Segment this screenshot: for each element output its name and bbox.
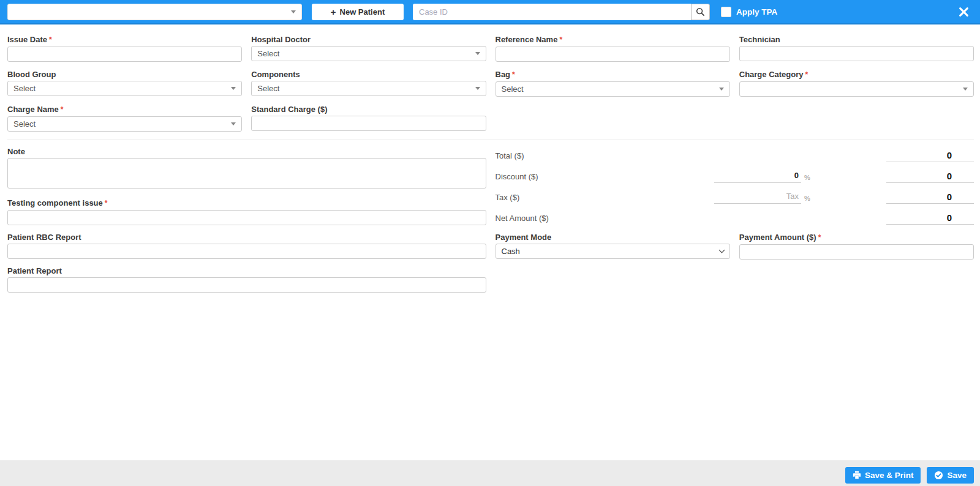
form-row-1: Issue Date* Hospital Doctor Select Refer… bbox=[7, 35, 974, 62]
payment-amount-field: Payment Amount ($)* bbox=[739, 233, 974, 260]
select-value: Select bbox=[13, 84, 36, 93]
required-asterisk: * bbox=[805, 70, 809, 79]
save-label: Save bbox=[947, 471, 967, 480]
reference-name-input[interactable] bbox=[496, 47, 730, 62]
testing-component-issue-field: Testing component issue* bbox=[7, 198, 486, 225]
note-textarea[interactable] bbox=[7, 158, 486, 189]
check-circle-icon bbox=[934, 471, 943, 480]
charge-category-field: Charge Category* bbox=[739, 70, 974, 97]
technician-input[interactable] bbox=[739, 46, 974, 61]
issue-date-label: Issue Date* bbox=[7, 35, 242, 45]
apply-tpa-group: Apply TPA bbox=[721, 7, 777, 17]
discount-row: Discount ($) % 0 bbox=[496, 170, 974, 183]
select-value: Select bbox=[257, 84, 279, 93]
blood-group-field: Blood Group Select bbox=[7, 70, 242, 97]
net-amount-row: Net Amount ($) 0 bbox=[496, 212, 974, 225]
plus-icon: + bbox=[331, 7, 336, 17]
form-row-3: Charge Name* Select Standard Charge ($) bbox=[7, 105, 974, 132]
payment-mode-select[interactable]: Cash bbox=[496, 244, 730, 259]
net-amount-label: Net Amount ($) bbox=[496, 214, 715, 225]
select-value: Select bbox=[502, 84, 524, 94]
payment-amount-label: Payment Amount ($)* bbox=[739, 233, 974, 242]
chevron-down-icon bbox=[475, 52, 480, 55]
payment-mode-field: Payment Mode Cash bbox=[496, 233, 730, 260]
standard-charge-field: Standard Charge ($) bbox=[251, 105, 486, 132]
bag-label: Bag* bbox=[496, 70, 730, 80]
testing-component-issue-input[interactable] bbox=[7, 210, 486, 225]
select-value: Select bbox=[257, 49, 279, 58]
payment-amount-input[interactable] bbox=[739, 244, 974, 260]
save-and-print-label: Save & Print bbox=[865, 471, 914, 480]
components-select[interactable]: Select bbox=[251, 81, 486, 96]
testing-component-issue-label: Testing component issue* bbox=[7, 198, 486, 208]
tax-label: Tax ($) bbox=[496, 193, 715, 204]
note-label: Note bbox=[7, 147, 486, 156]
total-value: 0 bbox=[886, 149, 974, 162]
new-patient-label: New Patient bbox=[340, 7, 385, 17]
apply-tpa-checkbox[interactable] bbox=[721, 7, 731, 17]
patient-report-field: Patient Report bbox=[7, 266, 486, 293]
required-asterisk: * bbox=[49, 36, 52, 44]
reference-name-label: Reference Name* bbox=[496, 35, 730, 45]
charge-category-label: Charge Category* bbox=[739, 70, 974, 80]
case-id-input[interactable] bbox=[413, 4, 691, 20]
new-patient-button[interactable]: + New Patient bbox=[312, 4, 404, 20]
bag-field: Bag* Select bbox=[496, 70, 730, 97]
total-label: Total ($) bbox=[496, 151, 715, 162]
payment-mode-label: Payment Mode bbox=[496, 233, 730, 242]
components-label: Components bbox=[251, 70, 486, 79]
discount-value: 0 bbox=[886, 170, 974, 183]
patient-select[interactable] bbox=[7, 4, 302, 20]
save-and-print-button[interactable]: Save & Print bbox=[845, 467, 921, 484]
required-asterisk: * bbox=[818, 233, 821, 242]
standard-charge-label: Standard Charge ($) bbox=[251, 105, 486, 114]
hospital-doctor-select[interactable]: Select bbox=[251, 46, 486, 61]
section-divider bbox=[7, 140, 974, 140]
search-button[interactable] bbox=[691, 4, 710, 20]
hospital-doctor-label: Hospital Doctor bbox=[251, 35, 486, 44]
chevron-down-icon bbox=[963, 88, 968, 91]
left-column: Note Testing component issue* Patient RB… bbox=[7, 147, 486, 300]
form-body: Issue Date* Hospital Doctor Select Refer… bbox=[0, 24, 980, 300]
close-icon bbox=[959, 7, 969, 17]
patient-report-label: Patient Report bbox=[7, 266, 486, 275]
payment-mode-value: Cash bbox=[502, 247, 520, 256]
required-asterisk: * bbox=[61, 105, 64, 114]
chevron-down-icon bbox=[231, 87, 236, 90]
net-amount-value: 0 bbox=[886, 212, 974, 225]
discount-label: Discount ($) bbox=[496, 172, 715, 183]
percent-suffix: % bbox=[801, 195, 815, 204]
required-asterisk: * bbox=[512, 70, 515, 79]
note-field: Note bbox=[7, 147, 486, 191]
form-row-2: Blood Group Select Components Select Bag… bbox=[7, 70, 974, 97]
close-button[interactable] bbox=[956, 4, 971, 20]
blood-group-label: Blood Group bbox=[7, 70, 242, 79]
tax-percent-input[interactable] bbox=[714, 191, 801, 204]
issue-date-input[interactable] bbox=[7, 47, 242, 62]
charge-category-select[interactable] bbox=[739, 81, 974, 97]
percent-suffix: % bbox=[801, 174, 815, 183]
issue-date-field: Issue Date* bbox=[7, 35, 242, 62]
tax-value: 0 bbox=[886, 191, 974, 204]
patient-report-input[interactable] bbox=[7, 277, 486, 293]
standard-charge-input[interactable] bbox=[251, 116, 486, 131]
chevron-down-icon bbox=[719, 88, 724, 91]
patient-rbc-report-input[interactable] bbox=[7, 244, 486, 259]
charge-name-select[interactable]: Select bbox=[7, 116, 242, 132]
total-row: Total ($) 0 bbox=[496, 149, 974, 162]
case-id-search-group bbox=[413, 4, 710, 20]
totals-table: Total ($) 0 Discount ($) % 0 bbox=[496, 149, 974, 225]
bottom-area: Note Testing component issue* Patient RB… bbox=[7, 147, 974, 300]
bag-select[interactable]: Select bbox=[496, 81, 730, 97]
search-icon bbox=[696, 7, 705, 17]
save-button[interactable]: Save bbox=[927, 467, 974, 484]
blood-group-select[interactable]: Select bbox=[7, 81, 242, 96]
printer-icon bbox=[853, 471, 861, 479]
technician-field: Technician bbox=[739, 35, 974, 62]
charge-name-field: Charge Name* Select bbox=[7, 105, 242, 132]
tax-row: Tax ($) % 0 bbox=[496, 191, 974, 204]
discount-percent-input[interactable] bbox=[714, 170, 801, 183]
issue-blood-modal: + New Patient Apply TPA Issue D bbox=[0, 0, 980, 486]
chevron-down-icon bbox=[718, 247, 725, 253]
patient-rbc-report-field: Patient RBC Report bbox=[7, 233, 486, 259]
